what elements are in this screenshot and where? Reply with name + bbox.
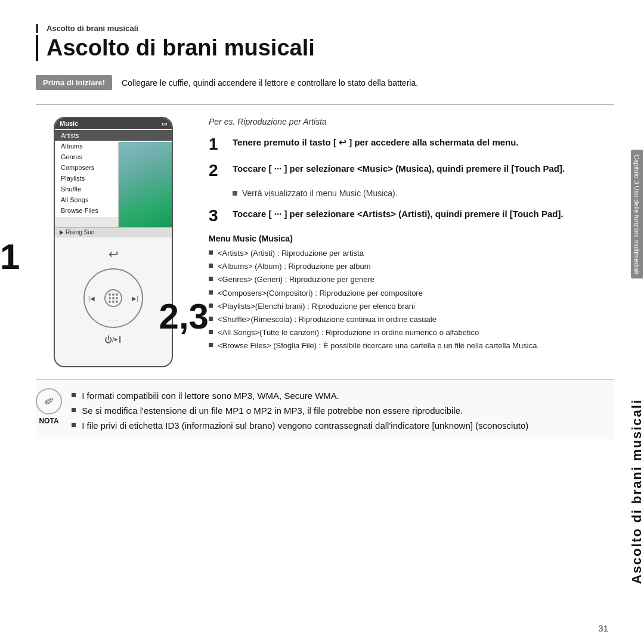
screen-title: Music (60, 120, 78, 127)
steps-area: Per es. Riproduzione per Artista 1 Tener… (209, 117, 614, 367)
power-play-button[interactable]: ⏻/▶‖ (104, 335, 123, 344)
screen-playing-bar: Rising Sun (55, 227, 172, 237)
touchpad-center[interactable] (104, 289, 122, 307)
power-icon: ⏻/▶‖ (104, 335, 123, 344)
nota-text: I formati compatibili con il lettore son… (72, 388, 614, 433)
breadcrumb: Ascolto di brani musicali (36, 24, 614, 33)
step-2-number: 2 (209, 162, 225, 179)
menu-item-artists: Artists (55, 130, 172, 141)
sq-bullet (209, 277, 213, 281)
list-item: <Composers>(Compositori) : Riproduzione … (209, 288, 614, 299)
step-2: 2 Toccare [ ··· ] per selezionare <Music… (209, 162, 614, 179)
touchpad-dots-top: · · · (109, 273, 118, 278)
device-container: 1 Music ▭ Artists Albums Genres Composer… (36, 117, 191, 367)
list-item: <Artists> (Artisti) : Riproduzione per a… (209, 248, 614, 259)
side-chapter-tab: Capitolo 3 Uso delle funzioni multimedia… (631, 150, 643, 279)
list-item: <Albums> (Album) : Riproduzione per albu… (209, 261, 614, 272)
step-label-23: 2,3 (159, 296, 209, 337)
battery-icon: ▭ (162, 120, 167, 127)
pencil-icon: ✏ (41, 392, 57, 410)
verra-note: Verrà visualizzato il menu Music (Musica… (233, 188, 614, 198)
touchpad[interactable]: · · · |◀ ▶| · · · (83, 268, 143, 328)
sq-bullet (209, 250, 213, 255)
device-body: ↩ · · · |◀ ▶| · · · (55, 237, 172, 354)
step-label-1: 1 (0, 236, 20, 277)
main-title: Ascolto di brani musicali (36, 35, 614, 61)
sq-bullet (209, 330, 213, 334)
nota-label: NOTA (39, 417, 58, 425)
play-icon (60, 230, 63, 235)
menu-music-list: <Artists> (Artisti) : Riproduzione per a… (209, 248, 614, 352)
sq-bullet (209, 264, 213, 268)
nota-icon-box: ✏ NOTA (36, 388, 62, 425)
step-1: 1 Tenere premuto il tasto [ ↩ ] per acce… (209, 136, 614, 153)
back-button[interactable]: ↩ (109, 247, 119, 261)
step-2-text: Toccare [ ··· ] per selezionare <Music> … (233, 162, 565, 176)
list-item: <All Songs>(Tutte le canzoni) : Riproduz… (209, 327, 614, 338)
sq-bullet (209, 290, 213, 295)
sq-bullet (209, 304, 213, 308)
step-1-number: 1 (209, 136, 225, 153)
touchpad-dots-bottom: · · · (109, 318, 118, 323)
step-3-text: Toccare [ ··· ] per selezionare <Artists… (233, 208, 564, 221)
separator (36, 104, 614, 105)
sq-bullet (72, 393, 76, 397)
device-album-art (118, 142, 172, 237)
prima-label: Prima di iniziare! (36, 75, 112, 90)
side-vertical-text: Ascolto di brani musicali (629, 399, 644, 584)
screen-header: Music ▭ (55, 118, 172, 129)
step-1-text: Tenere premuto il tasto [ ↩ ] per accede… (233, 136, 519, 150)
next-button[interactable]: ▶| (132, 295, 138, 302)
center-dots (109, 293, 118, 303)
prima-bar: Prima di iniziare! Collegare le cuffie, … (36, 75, 614, 90)
list-item: <Shuffle>(Rimescola) : Riproduzione cont… (209, 314, 614, 325)
menu-music-section: Menu Music (Musica) <Artists> (Artisti) … (209, 234, 614, 352)
per-es-text: Per es. Riproduzione per Artista (209, 117, 614, 126)
sq-bullet (209, 343, 213, 347)
device-illustration: Music ▭ Artists Albums Genres Composers … (54, 117, 173, 367)
sq-bullet (72, 408, 76, 412)
list-item: <Playlists>(Elenchi brani) : Riproduzion… (209, 301, 614, 312)
menu-music-title: Menu Music (Musica) (209, 234, 614, 243)
nota-section: ✏ NOTA I formati compatibili con il lett… (36, 379, 614, 439)
bullet-icon (233, 191, 237, 196)
side-label: Capitolo 3 Uso delle funzioni multimedia… (624, 89, 644, 644)
sq-bullet (72, 423, 76, 427)
device-screen: Music ▭ Artists Albums Genres Composers … (55, 118, 172, 237)
step-3-number: 3 (209, 208, 225, 224)
prima-text: Collegare le cuffie, quindi accendere il… (122, 78, 418, 88)
sq-bullet (209, 317, 213, 321)
nota-icon: ✏ (36, 388, 62, 414)
prev-button[interactable]: |◀ (88, 295, 95, 302)
list-item: <Browse Files> (Sfoglia File) : È possib… (209, 340, 614, 351)
list-item: <Genres> (Generi) : Riproduzione per gen… (209, 274, 614, 285)
verra-text: Verrà visualizzato il menu Music (Musica… (242, 188, 398, 198)
page-number: 31 (598, 623, 608, 633)
page: Ascolto di brani musicali Ascolto di bra… (0, 0, 644, 644)
step-3: 3 Toccare [ ··· ] per selezionare <Artis… (209, 208, 614, 224)
content-area: 1 Music ▭ Artists Albums Genres Composer… (36, 117, 614, 367)
playing-title: Rising Sun (66, 229, 94, 236)
